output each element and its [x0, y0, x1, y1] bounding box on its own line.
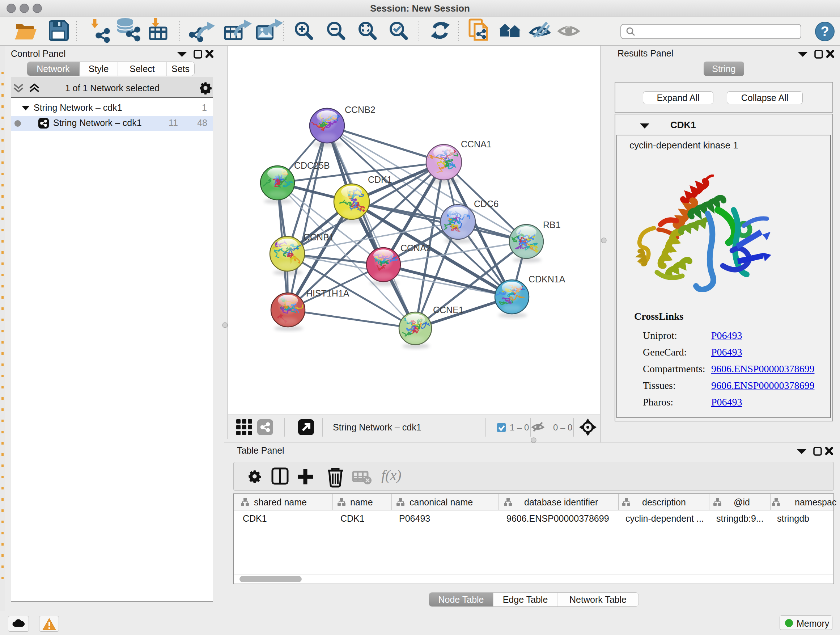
svg-text:CCNA2: CCNA2: [401, 243, 431, 253]
svg-text:CCNB2: CCNB2: [345, 105, 376, 115]
svg-text:CCNB1: CCNB1: [303, 232, 334, 242]
svg-text:HIST1H1A: HIST1H1A: [306, 288, 349, 298]
svg-text:CCNE1: CCNE1: [433, 305, 464, 315]
svg-text:RB1: RB1: [543, 220, 561, 230]
svg-text:CDKN1A: CDKN1A: [529, 274, 565, 284]
svg-text:CDK1: CDK1: [368, 174, 392, 185]
svg-text:CDC6: CDC6: [474, 199, 499, 209]
svg-text:CDC25B: CDC25B: [294, 160, 330, 171]
svg-text:CCNA1: CCNA1: [461, 139, 492, 149]
